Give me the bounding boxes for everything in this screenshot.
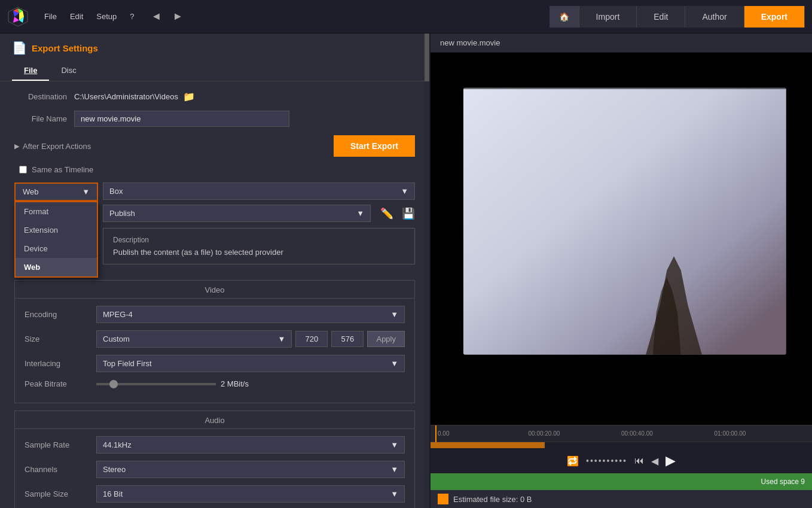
size-height-input[interactable] [331,331,364,347]
nav-icons: ◄ ► [148,9,187,24]
loop-button[interactable]: 🔁 [567,455,579,467]
start-export-button[interactable]: Start Export [334,135,415,157]
play-button[interactable]: ▶ [666,453,676,469]
main-tabs: 🏠 Import Edit Author Export [550,6,805,28]
sample-size-dropdown[interactable]: 16 Bit ▼ [96,485,405,503]
dropdown-item-extension[interactable]: Extension [16,221,97,239]
tab-import[interactable]: Import [579,6,637,28]
tab-home[interactable]: 🏠 [550,6,579,28]
edit-profile-icon[interactable]: ✏️ [380,207,393,220]
publish-dropdown-selected: Publish [109,209,135,218]
channels-control: Stereo ▼ [96,461,405,478]
box-dropdown[interactable]: Box ▼ [103,182,415,200]
same-as-timeline-label: Same as Timeline [32,165,93,174]
box-dropdown-row: Box ▼ [103,182,415,200]
playhead [435,425,436,442]
publish-dropdown[interactable]: Publish ▼ [103,205,371,222]
timeline-ruler: 0.00 00:00:20.00 00:00:40.00 01:00:00.00 [431,425,812,442]
menu-edit[interactable]: Edit [64,10,89,23]
sample-rate-row: Sample Rate 44.1kHz ▼ [25,436,405,454]
after-export-row: ▶ After Export Actions Start Export [14,135,415,157]
tab-author[interactable]: Author [685,6,744,28]
menu-help[interactable]: ? [124,10,140,23]
interlacing-label: Interlacing [25,359,96,368]
menu-bar: File Edit Setup ? [38,10,141,23]
export-settings-title: Export Settings [32,43,98,53]
sample-rate-arrow-icon: ▼ [390,440,398,449]
tab-file[interactable]: File [12,62,49,81]
topbar: File Edit Setup ? ◄ ► 🏠 Import Edit Auth… [0,0,812,34]
app-logo [7,6,29,28]
video-preview [431,53,812,425]
encoding-arrow-icon: ▼ [390,310,398,319]
ruler-mark-0: 0.00 [438,430,449,437]
scrollbar[interactable] [425,34,429,508]
timeline-clip [431,442,545,448]
destination-row: Destination C:\Users\Administrator\Video… [14,91,415,102]
audio-section: Audio Sample Rate 44.1kHz ▼ [14,410,415,508]
encoding-label: Encoding [25,310,96,319]
size-width-input[interactable] [295,331,328,347]
tab-export[interactable]: Export [744,6,805,28]
save-profile-icon[interactable]: 💾 [402,207,415,220]
sample-size-control: 16 Bit ▼ [96,485,405,503]
nav-back-icon[interactable]: ◄ [148,9,166,24]
peak-bitrate-row: Peak Bitrate 2 MBit/s [25,379,405,388]
dropdown-item-web[interactable]: Web [16,258,97,276]
sample-size-arrow-icon: ▼ [390,489,398,498]
step-back-button[interactable]: ◀ [651,455,658,467]
skip-to-start-button[interactable]: ⏮ [634,455,644,466]
ruler-mark-2: 00:00:40.00 [621,430,653,437]
storage-bar: Used space 9 [431,473,812,490]
box-dropdown-selected: Box [109,187,123,196]
size-row: Size Custom ▼ Apply [25,330,405,348]
peak-bitrate-value: 2 MBit/s [221,379,249,388]
web-dropdown-selected: Web [23,187,39,196]
size-label: Size [25,334,96,343]
encoding-control: MPEG-4 ▼ [96,306,405,323]
video-section-body: Encoding MPEG-4 ▼ Size [15,299,414,403]
sample-size-label: Sample Size [25,489,96,498]
right-dropdowns: Box ▼ Publish ▼ ✏️ 💾 [103,182,415,274]
apply-size-button[interactable]: Apply [367,331,405,347]
timeline-controls: 🔁 •••••••••• ⏮ ◀ ▶ [431,448,812,473]
filename-row: File Name [14,111,415,127]
menu-setup[interactable]: Setup [90,10,123,23]
ruler-mark-1: 00:00:20.00 [529,430,560,437]
web-dropdown-arrow-icon: ▼ [82,187,90,196]
nav-forward-icon[interactable]: ► [169,9,187,24]
svg-marker-5 [13,17,19,23]
peak-bitrate-slider[interactable] [96,383,216,385]
destination-label: Destination [14,92,74,101]
web-dropdown[interactable]: Web ▼ [14,182,98,201]
channels-arrow-icon: ▼ [390,465,398,474]
tab-edit[interactable]: Edit [637,6,685,28]
filename-input[interactable] [74,111,289,127]
encoding-dropdown[interactable]: MPEG-4 ▼ [96,306,405,323]
dropdown-item-device[interactable]: Device [16,239,97,258]
video-placeholder [431,53,812,425]
preview-svg [431,53,812,425]
web-dropdown-menu: Format Extension Device Web [14,201,98,278]
right-panel: new movie.movie [431,34,812,508]
publish-dropdown-arrow-icon: ▼ [356,209,364,218]
after-export-arrow-icon: ▶ [14,142,19,150]
same-as-timeline-checkbox[interactable] [19,166,27,174]
ruler-mark-3: 01:00:00.00 [715,430,746,437]
channels-label: Channels [25,465,96,474]
scroll-thumb[interactable] [425,34,429,81]
size-arrow-icon: ▼ [278,334,286,343]
sample-rate-dropdown[interactable]: 44.1kHz ▼ [96,436,405,454]
folder-browse-icon[interactable]: 📁 [183,91,195,102]
channels-dropdown[interactable]: Stereo ▼ [96,461,405,478]
web-profile-row: Web ▼ Format Extension Device Web [14,182,415,274]
description-title: Description [113,236,405,244]
interlacing-dropdown[interactable]: Top Field First ▼ [96,355,405,372]
destination-value: C:\Users\Administrator\Videos [74,92,178,101]
dropdown-item-format[interactable]: Format [16,202,97,221]
tab-disc[interactable]: Disc [49,62,88,81]
audio-section-body: Sample Rate 44.1kHz ▼ Channels [15,429,414,508]
svg-rect-11 [463,88,786,89]
size-dropdown[interactable]: Custom ▼ [96,330,292,348]
menu-file[interactable]: File [38,10,63,23]
